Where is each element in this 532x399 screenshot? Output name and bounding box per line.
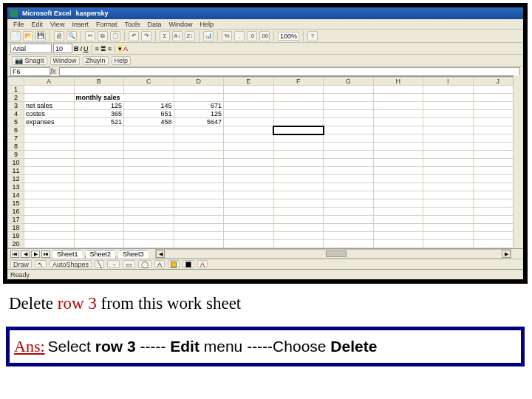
col-header[interactable]: D — [174, 78, 224, 86]
comma-button[interactable]: , — [234, 31, 245, 41]
font-color-drawing-icon[interactable]: A — [197, 260, 208, 268]
menu-insert[interactable]: Insert — [72, 21, 89, 28]
print-button[interactable]: 🖨 — [54, 31, 64, 41]
cell[interactable]: 521 — [74, 118, 124, 126]
row-header[interactable]: 16 — [8, 208, 24, 216]
fill-color-button[interactable]: ▾ — [118, 45, 122, 52]
font-size-box[interactable] — [53, 44, 72, 53]
align-center-button[interactable]: ≣ — [100, 45, 106, 52]
row-header[interactable]: 18 — [8, 224, 24, 232]
zhuyin-button[interactable]: Zhuyin — [83, 56, 109, 65]
select-objects-icon[interactable]: ↖ — [35, 260, 47, 268]
cell[interactable]: 651 — [124, 110, 174, 118]
worksheet-grid[interactable]: A B C D E F G H I J 1 2monthly sales 3ne… — [7, 77, 523, 262]
name-box[interactable] — [10, 67, 50, 76]
title-cell[interactable]: monthly sales — [74, 94, 174, 102]
cell[interactable]: expanses — [24, 118, 75, 126]
new-button[interactable]: 📄 — [10, 31, 21, 41]
tab-nav-last[interactable]: ⏭ — [41, 250, 50, 258]
italic-button[interactable]: I — [81, 45, 83, 52]
col-header[interactable]: C — [124, 78, 174, 86]
cell[interactable]: 458 — [124, 118, 174, 126]
cell[interactable]: 145 — [124, 102, 174, 110]
col-header[interactable]: G — [324, 78, 374, 86]
row-header[interactable]: 10 — [8, 159, 24, 167]
cut-button[interactable]: ✂ — [85, 31, 95, 41]
fx-icon[interactable]: fx — [50, 67, 56, 75]
sheet-tab[interactable]: Sheet2 — [85, 250, 117, 259]
dec-inc-button[interactable]: .0 — [247, 31, 257, 41]
menu-edit[interactable]: Edit — [32, 21, 44, 28]
cell[interactable]: 671 — [174, 102, 224, 110]
vertical-scrollbar[interactable] — [513, 75, 523, 248]
scroll-thumb[interactable] — [326, 250, 347, 257]
row-header[interactable]: 5 — [8, 118, 24, 126]
align-left-button[interactable]: ≡ — [95, 45, 99, 52]
menu-data[interactable]: Data — [147, 21, 161, 28]
sum-button[interactable]: Σ — [160, 31, 170, 41]
snagit-window-dropdown[interactable]: Window — [50, 56, 80, 65]
menu-window[interactable]: Window — [168, 21, 192, 28]
col-header[interactable]: H — [373, 78, 423, 86]
menu-file[interactable]: File — [13, 21, 24, 28]
menu-help[interactable]: Help — [200, 21, 214, 28]
tab-nav-prev[interactable]: ◀ — [21, 250, 30, 258]
open-button[interactable]: 📂 — [23, 31, 33, 41]
rect-icon[interactable]: ▭ — [123, 260, 135, 268]
col-header[interactable]: F — [273, 78, 324, 86]
cell[interactable]: costes — [24, 110, 75, 118]
textbox-icon[interactable]: A — [154, 260, 165, 268]
underline-button[interactable]: U — [83, 45, 89, 52]
row-header[interactable]: 15 — [8, 200, 24, 208]
row-header[interactable]: 12 — [8, 175, 24, 183]
col-header[interactable]: A — [24, 78, 75, 86]
row-header[interactable]: 6 — [8, 126, 24, 134]
redo-button[interactable]: ↷ — [141, 31, 151, 41]
fill-color-icon[interactable] — [168, 260, 180, 268]
scroll-left-icon[interactable]: ◀ — [156, 250, 165, 258]
row-header[interactable]: 3 — [8, 102, 24, 110]
paste-button[interactable]: 📋 — [110, 31, 120, 41]
align-right-button[interactable]: ≡ — [108, 45, 112, 52]
autoshapes-menu[interactable]: AutoShapes — [50, 260, 92, 268]
row-header[interactable]: 1 — [8, 86, 24, 94]
col-header[interactable]: B — [74, 78, 124, 86]
horizontal-scrollbar[interactable]: ◀ ▶ — [155, 249, 511, 259]
line-color-icon[interactable] — [183, 260, 194, 268]
zoom-box[interactable]: 100% — [278, 32, 299, 41]
cell[interactable]: 125 — [174, 110, 224, 118]
preview-button[interactable]: 🔍 — [66, 31, 77, 41]
selected-cell[interactable] — [273, 126, 324, 134]
chart-button[interactable]: 📊 — [203, 31, 214, 41]
row-header[interactable]: 8 — [8, 143, 24, 151]
sort-desc-button[interactable]: Z↓ — [185, 31, 195, 41]
save-button[interactable]: 💾 — [35, 31, 46, 41]
help-button[interactable]: Help — [112, 56, 132, 65]
row-header[interactable]: 17 — [8, 216, 24, 224]
snagit-button[interactable]: 📷 SnagIt — [12, 56, 47, 65]
dec-dec-button[interactable]: .00 — [259, 31, 270, 41]
cell[interactable]: 365 — [74, 110, 124, 118]
row-header[interactable]: 14 — [8, 191, 24, 200]
row-header[interactable]: 4 — [8, 110, 24, 118]
row-header[interactable]: 13 — [8, 183, 24, 191]
col-header[interactable]: E — [224, 78, 274, 86]
sheet-tab[interactable]: Sheet3 — [117, 250, 149, 259]
formula-input[interactable] — [59, 67, 520, 76]
copy-button[interactable]: ⧉ — [98, 31, 108, 41]
bold-button[interactable]: B — [74, 45, 79, 52]
row-header[interactable]: 20 — [8, 240, 24, 248]
oval-icon[interactable]: ◯ — [138, 260, 151, 268]
menu-view[interactable]: View — [50, 21, 64, 28]
cell[interactable]: 125 — [74, 102, 124, 110]
line-icon[interactable]: ╲ — [95, 260, 104, 268]
percent-button[interactable]: % — [222, 31, 232, 41]
cell[interactable]: net sales — [24, 102, 75, 110]
menu-format[interactable]: Format — [96, 21, 117, 28]
scroll-right-icon[interactable]: ▶ — [502, 250, 511, 258]
sheet-tab[interactable]: Sheet1 — [52, 250, 83, 259]
menu-tools[interactable]: Tools — [124, 21, 140, 28]
font-color-button[interactable]: A — [123, 45, 128, 52]
row-header[interactable]: 7 — [8, 134, 24, 143]
undo-button[interactable]: ↶ — [129, 31, 139, 41]
